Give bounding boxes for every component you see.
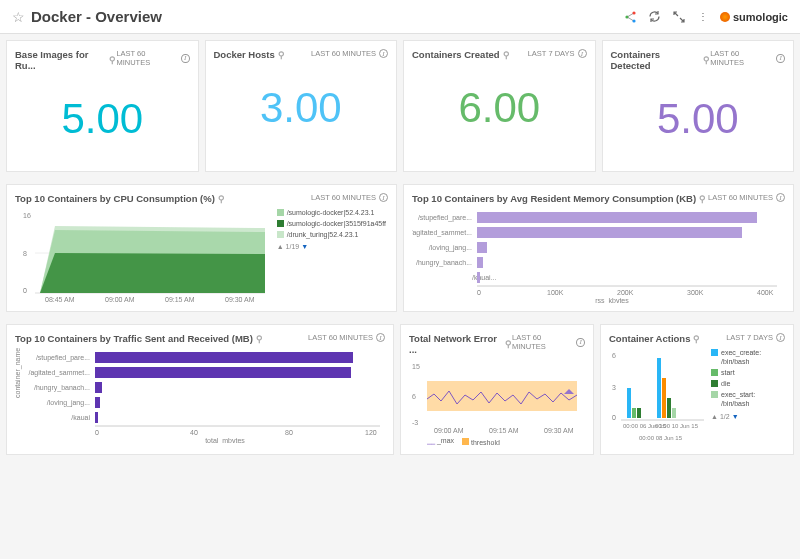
- memory-chart-panel: Top 10 Containers by Avg Resident Memory…: [403, 184, 794, 312]
- svg-text:container_name: container_name: [15, 348, 22, 398]
- svg-text:/loving_jang...: /loving_jang...: [429, 244, 472, 252]
- refresh-icon[interactable]: [648, 10, 662, 24]
- svg-point-1: [632, 11, 635, 14]
- cpu-legend: /sumologic-docker|52.4.23.1 /sumologic-d…: [277, 208, 386, 251]
- panel-title: Base Images for Ru... ⚲: [15, 49, 116, 71]
- search-icon[interactable]: ⚲: [109, 55, 116, 65]
- container-actions-panel: Container Actions ⚲ LAST 7 DAYS i 6 3 0 …: [600, 324, 794, 455]
- svg-text:200K: 200K: [617, 289, 634, 296]
- svg-text:rss_kbytes: rss_kbytes: [595, 297, 629, 303]
- svg-text:total_mbytes: total_mbytes: [205, 437, 245, 443]
- header: ☆ Docker - Overview ⋮ sumologic: [0, 0, 800, 34]
- favorite-star-icon[interactable]: ☆: [12, 9, 25, 25]
- search-icon[interactable]: ⚲: [256, 334, 263, 344]
- cpu-chart-panel: Top 10 Containers by CPU Consumption (%)…: [6, 184, 397, 312]
- svg-text:15: 15: [412, 363, 420, 370]
- svg-rect-62: [672, 408, 676, 418]
- svg-text:/hungry_banach...: /hungry_banach...: [34, 384, 90, 392]
- svg-rect-56: [627, 388, 631, 418]
- svg-rect-57: [632, 408, 636, 418]
- info-icon[interactable]: i: [576, 338, 585, 347]
- expand-icon[interactable]: [672, 10, 686, 24]
- svg-text:00:00 10 Jun 15: 00:00 10 Jun 15: [655, 423, 699, 429]
- svg-rect-19: [477, 242, 487, 253]
- svg-rect-36: [95, 367, 351, 378]
- svg-rect-61: [667, 398, 671, 418]
- svg-text:/loving_jang...: /loving_jang...: [47, 399, 90, 407]
- info-icon[interactable]: i: [776, 54, 785, 63]
- stat-value: 6.00: [412, 64, 587, 152]
- stat-panel-containers-created: Containers Created ⚲ LAST 7 DAYS i 6.00: [403, 40, 596, 172]
- stat-value: 5.00: [15, 75, 190, 163]
- legend-pager[interactable]: ▲1/19▼: [277, 242, 386, 251]
- svg-rect-20: [477, 257, 483, 268]
- actions-chart: 6 3 0 00:00 06 Jun 15 00:00 10 Jun 15 00…: [609, 348, 785, 443]
- svg-text:0: 0: [477, 289, 481, 296]
- actions-legend: exec_create: /bin/bash start die exec_st…: [711, 348, 783, 421]
- logo-dot-icon: [720, 12, 730, 22]
- svg-text:/stupefied_pare...: /stupefied_pare...: [36, 354, 90, 362]
- traffic-chart-panel: Top 10 Containers by Traffic Sent and Re…: [6, 324, 394, 455]
- more-icon[interactable]: ⋮: [696, 10, 710, 24]
- row2: Top 10 Containers by CPU Consumption (%)…: [0, 178, 800, 318]
- svg-text:/agitated_sammet...: /agitated_sammet...: [412, 229, 472, 237]
- legend-pager[interactable]: ▲1/2▼: [711, 412, 783, 421]
- stat-value: 3.00: [214, 64, 389, 152]
- stat-panel-docker-hosts: Docker Hosts ⚲ LAST 60 MINUTES i 3.00: [205, 40, 398, 172]
- svg-text:/kauai: /kauai: [71, 414, 90, 421]
- svg-text:300K: 300K: [687, 289, 704, 296]
- search-icon[interactable]: ⚲: [278, 50, 285, 60]
- svg-text:/agitated_sammet...: /agitated_sammet...: [29, 369, 91, 377]
- svg-text:09:15 AM: 09:15 AM: [165, 296, 195, 303]
- svg-text:08:45 AM: 08:45 AM: [45, 296, 75, 303]
- err-legend: ⎯⎯ _max threshold: [409, 437, 585, 446]
- svg-rect-35: [95, 352, 353, 363]
- header-left: ☆ Docker - Overview: [12, 8, 162, 25]
- row3: Top 10 Containers by Traffic Sent and Re…: [0, 318, 800, 461]
- svg-text:/hungry_banach...: /hungry_banach...: [416, 259, 472, 267]
- search-icon[interactable]: ⚲: [503, 50, 510, 60]
- stat-panel-containers-detected: Containers Detected ⚲ LAST 60 MINUTES i …: [602, 40, 795, 172]
- svg-text:0: 0: [95, 429, 99, 436]
- share-icon[interactable]: [624, 10, 638, 24]
- svg-text:6: 6: [412, 393, 416, 400]
- svg-rect-17: [477, 212, 757, 223]
- traffic-chart: container_name /stupefied_pare... /agita…: [15, 348, 385, 443]
- svg-text:09:15 AM: 09:15 AM: [489, 427, 519, 434]
- info-icon[interactable]: i: [379, 49, 388, 58]
- svg-text:3: 3: [612, 384, 616, 391]
- search-icon[interactable]: ⚲: [505, 339, 512, 349]
- info-icon[interactable]: i: [578, 49, 587, 58]
- svg-rect-21: [477, 272, 480, 283]
- svg-text:/stupefied_pare...: /stupefied_pare...: [418, 214, 472, 222]
- info-icon[interactable]: i: [181, 54, 190, 63]
- search-icon[interactable]: ⚲: [703, 55, 710, 65]
- svg-rect-58: [637, 408, 641, 418]
- svg-text:09:00 AM: 09:00 AM: [105, 296, 135, 303]
- search-icon[interactable]: ⚲: [699, 194, 706, 204]
- search-icon[interactable]: ⚲: [693, 334, 700, 344]
- panel-meta: LAST 60 MINUTES i: [116, 49, 189, 67]
- cpu-chart: 16 8 0 08:45 AM 09:00 AM 09:15 AM 09:30 …: [15, 208, 388, 303]
- network-error-panel: Total Network Error ... ⚲ LAST 60 MINUTE…: [400, 324, 594, 455]
- svg-text:0: 0: [23, 287, 27, 294]
- svg-rect-60: [662, 378, 666, 418]
- info-icon[interactable]: i: [379, 193, 388, 202]
- search-icon[interactable]: ⚲: [218, 194, 225, 204]
- info-icon[interactable]: i: [376, 333, 385, 342]
- info-icon[interactable]: i: [776, 333, 785, 342]
- header-actions: ⋮ sumologic: [624, 10, 788, 24]
- svg-text:40: 40: [190, 429, 198, 436]
- svg-text:8: 8: [23, 250, 27, 257]
- svg-text:09:00 AM: 09:00 AM: [434, 427, 464, 434]
- info-icon[interactable]: i: [776, 193, 785, 202]
- svg-text:16: 16: [23, 212, 31, 219]
- stats-row: Base Images for Ru... ⚲ LAST 60 MINUTES …: [0, 34, 800, 178]
- svg-point-2: [632, 19, 635, 22]
- stat-value: 5.00: [611, 75, 786, 163]
- brand-logo[interactable]: sumologic: [720, 11, 788, 23]
- svg-text:-3: -3: [412, 419, 418, 426]
- svg-rect-18: [477, 227, 742, 238]
- svg-rect-39: [95, 412, 98, 423]
- network-error-chart: 15 6 -3 09:00 AM 09:15 AM 09:30 AM: [409, 359, 585, 437]
